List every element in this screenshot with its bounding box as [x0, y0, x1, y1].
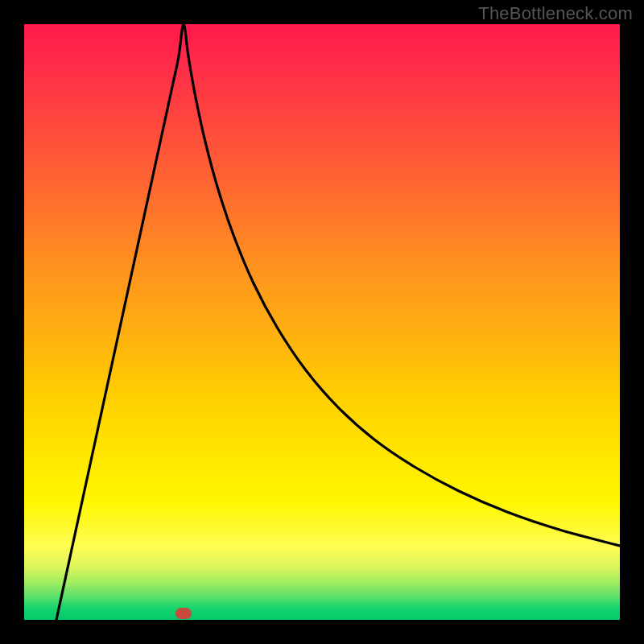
optimal-marker: [175, 608, 192, 619]
plot-area: [24, 24, 620, 620]
chart-frame: TheBottleneck.com: [0, 0, 644, 644]
bottleneck-curve: [24, 24, 620, 620]
watermark-text: TheBottleneck.com: [478, 3, 633, 24]
